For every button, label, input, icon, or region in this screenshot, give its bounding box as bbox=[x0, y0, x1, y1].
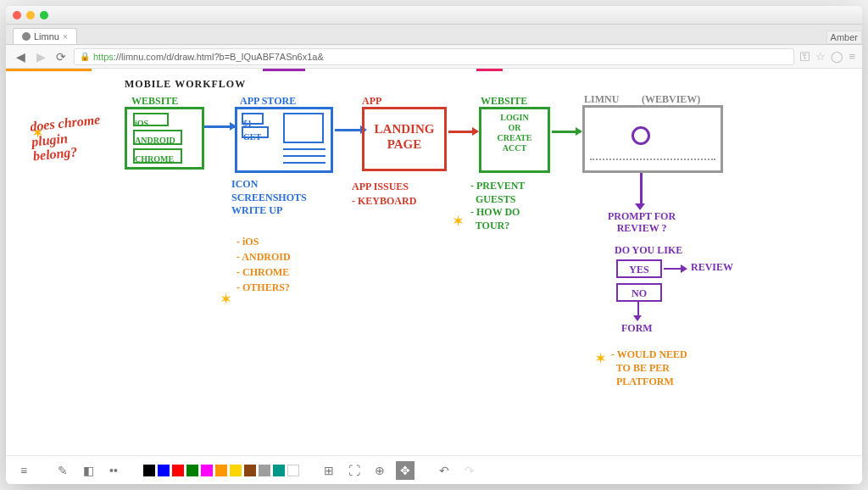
stroke-size-icon[interactable]: •• bbox=[104, 461, 123, 480]
url-rest: ://limnu.com/d/draw.html?b=B_IQuABF7ASn6… bbox=[114, 52, 324, 62]
star-icon: ✶ bbox=[220, 290, 232, 309]
node-website2-label: WEBSITE bbox=[481, 95, 527, 108]
arrow-icon bbox=[335, 129, 365, 131]
swatch-blue[interactable] bbox=[158, 465, 170, 476]
appstore-platforms: - iOS- ANDROID- CHROME- OTHERS? bbox=[236, 234, 291, 295]
swatch-brown[interactable] bbox=[244, 465, 256, 476]
zoom-icon[interactable]: ⊕ bbox=[370, 461, 389, 480]
star-icon[interactable]: ☆ bbox=[815, 50, 826, 63]
swatch-orange[interactable] bbox=[215, 465, 227, 476]
platform-chip: ANDROID bbox=[133, 130, 182, 145]
arrowhead-icon bbox=[635, 203, 645, 210]
favicon-icon bbox=[22, 32, 31, 41]
address-icons: ⚿ ☆ ◯ ≡ bbox=[799, 50, 855, 63]
add-note-icon[interactable]: ⊞ bbox=[320, 461, 338, 480]
no-button: NO bbox=[616, 283, 662, 302]
platform-chip: iOS bbox=[133, 113, 169, 126]
traffic-lights bbox=[13, 11, 48, 19]
whiteboard-canvas[interactable]: MOBILE WORKFLOW ✶ does chrome plugin bel… bbox=[6, 71, 862, 455]
swatch-magenta[interactable] bbox=[201, 465, 213, 476]
star-icon: ✶ bbox=[452, 212, 465, 231]
pan-tool-icon[interactable]: ✥ bbox=[396, 461, 415, 480]
swatch-yellow[interactable] bbox=[230, 465, 242, 476]
review-footnote: - WOULD NEED TO BE PER PLATFORM bbox=[611, 348, 687, 389]
address-bar[interactable]: 🔒 https://limnu.com/d/draw.html?b=B_IQuA… bbox=[74, 48, 794, 65]
aside-note: does chrome plugin belong? bbox=[29, 111, 109, 164]
maximize-window-button[interactable] bbox=[40, 11, 48, 19]
menu-icon[interactable]: ≡ bbox=[14, 461, 33, 480]
node-limnu-label: LIMNU bbox=[584, 93, 619, 106]
minimize-window-button[interactable] bbox=[26, 11, 35, 19]
appstore-preview bbox=[283, 113, 324, 143]
window-titlebar bbox=[6, 6, 862, 25]
key-icon[interactable]: ⚿ bbox=[799, 50, 810, 63]
appstore-notes: ICON SCREENSHOTS WRITE UP bbox=[231, 178, 307, 218]
browser-tab[interactable]: Limnu × bbox=[13, 28, 77, 44]
redo-icon[interactable]: ↷ bbox=[460, 461, 479, 480]
user-avatar-icon bbox=[632, 126, 650, 145]
forward-button[interactable]: ▶ bbox=[33, 49, 48, 64]
node-website-box: iOS ANDROID CHROME bbox=[125, 107, 204, 170]
tab-title: Limnu bbox=[34, 31, 59, 42]
node-app-box: LANDING PAGE bbox=[362, 107, 447, 171]
swatch-gray[interactable] bbox=[259, 465, 270, 476]
eraser-tool-icon[interactable]: ◧ bbox=[79, 461, 97, 480]
review-prompt: PROMPT FOR REVIEW ? bbox=[608, 210, 676, 235]
menu-icon[interactable]: ≡ bbox=[849, 50, 855, 63]
close-tab-icon[interactable]: × bbox=[63, 32, 68, 42]
reload-button[interactable]: ⟳ bbox=[53, 49, 69, 64]
color-swatches bbox=[143, 465, 299, 476]
close-window-button[interactable] bbox=[13, 11, 21, 19]
appstore-price: $1 bbox=[242, 113, 264, 125]
arrow-icon bbox=[664, 268, 686, 270]
extension-icon[interactable]: ◯ bbox=[831, 50, 843, 63]
user-chip[interactable]: Amber bbox=[826, 31, 862, 44]
swatch-black[interactable] bbox=[143, 465, 155, 476]
arrow-icon bbox=[204, 125, 235, 128]
diagram-title: MOBILE WORKFLOW bbox=[125, 78, 246, 91]
arrowhead-icon bbox=[633, 315, 642, 321]
url-protocol: https bbox=[93, 52, 114, 62]
node-app-label: APP bbox=[362, 95, 381, 108]
swatch-red[interactable] bbox=[172, 465, 184, 476]
yes-button: YES bbox=[616, 259, 662, 278]
node-website2-box: LOGIN OR CREATE ACCT bbox=[479, 107, 550, 173]
review-label: REVIEW bbox=[691, 261, 733, 274]
review-question: DO YOU LIKE bbox=[615, 244, 682, 257]
tab-bar: Limnu × Amber bbox=[6, 25, 862, 45]
pen-tool-icon[interactable]: ✎ bbox=[53, 461, 72, 480]
undo-icon[interactable]: ↶ bbox=[435, 461, 453, 480]
swatch-green[interactable] bbox=[186, 465, 198, 476]
swatch-teal[interactable] bbox=[273, 465, 285, 476]
node-website-label: WEBSITE bbox=[131, 95, 178, 108]
platform-chip: CHROME bbox=[133, 148, 182, 164]
node-appstore-label: APP STORE bbox=[240, 95, 296, 108]
fullscreen-icon[interactable]: ⛶ bbox=[345, 461, 364, 480]
swatch-white[interactable] bbox=[287, 465, 299, 476]
app-notes: APP ISSUES - KEYBOARD bbox=[352, 180, 416, 209]
bottom-toolbar: ≡ ✎ ◧ •• ⊞ ⛶ ⊕ ✥ ↶ ↷ bbox=[6, 455, 862, 484]
arrow-icon bbox=[552, 131, 581, 133]
arrow-icon bbox=[448, 131, 477, 133]
form-label: FORM bbox=[621, 322, 653, 335]
address-bar-row: ◀ ▶ ⟳ 🔒 https://limnu.com/d/draw.html?b=… bbox=[6, 45, 862, 69]
node-appstore-box: $1 GET bbox=[235, 107, 333, 173]
node-limnu-sub: (WEBVIEW) bbox=[642, 93, 700, 106]
website2-notes: - PREVENT GUESTS - HOW DO TOUR? bbox=[470, 180, 525, 232]
lock-icon: 🔒 bbox=[80, 52, 90, 61]
star-icon: ✶ bbox=[594, 349, 607, 368]
browser-window: Limnu × Amber ◀ ▶ ⟳ 🔒 https://limnu.com/… bbox=[6, 6, 862, 484]
appstore-get: GET bbox=[242, 126, 269, 138]
node-limnu-box bbox=[582, 105, 723, 173]
arrow-down-icon bbox=[640, 173, 643, 207]
back-button[interactable]: ◀ bbox=[13, 49, 28, 64]
